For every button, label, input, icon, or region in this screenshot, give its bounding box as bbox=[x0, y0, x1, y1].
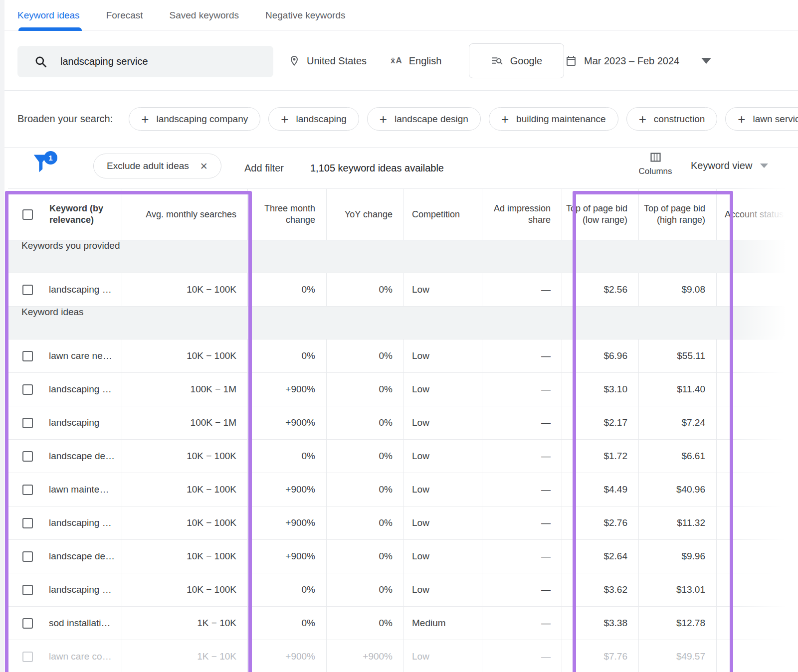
row-checkbox[interactable] bbox=[22, 618, 33, 629]
column-header-avg-monthly-searches[interactable]: Avg. monthly searches bbox=[122, 189, 248, 240]
cell-value: Low bbox=[412, 651, 429, 662]
table-row: sod installati…1K − 10K0%0%Medium—$3.38$… bbox=[8, 607, 798, 640]
keyword-cell: landscaping … bbox=[8, 506, 122, 539]
yoy-change-cell: 0% bbox=[327, 440, 404, 473]
row-checkbox[interactable] bbox=[22, 451, 33, 462]
column-header-account-status[interactable]: Account status bbox=[717, 189, 798, 240]
column-header-top-of-page-bid-high-range[interactable]: Top of page bid (high range) bbox=[639, 189, 717, 240]
column-header-top-of-page-bid-low-range[interactable]: Top of page bid (low range) bbox=[562, 189, 639, 240]
bid-high-cell: $9.96 bbox=[639, 540, 717, 573]
cell-value: — bbox=[541, 417, 551, 428]
keyword-label: landscaping … bbox=[49, 517, 112, 528]
avg-monthly-searches-cell: 10K − 100K bbox=[122, 540, 248, 573]
broaden-chip-lawn-service[interactable]: +lawn service bbox=[725, 107, 798, 131]
broaden-chip-landscaping-company[interactable]: +landscaping company bbox=[129, 107, 260, 131]
cell-value: $11.32 bbox=[677, 517, 705, 528]
broaden-chip-landscape-design[interactable]: +landscape design bbox=[367, 107, 481, 131]
columns-button[interactable]: Columns bbox=[630, 151, 680, 176]
keyword-label: landscaping … bbox=[49, 284, 112, 295]
competition-cell: Low bbox=[404, 540, 482, 573]
cell-value: 10K − 100K bbox=[187, 284, 236, 295]
row-checkbox[interactable] bbox=[22, 585, 33, 595]
cell-value: $9.08 bbox=[681, 284, 705, 295]
table-row: lawn mainte…10K − 100K+900%0%Low—$4.49$4… bbox=[8, 473, 798, 506]
row-checkbox[interactable] bbox=[22, 652, 33, 662]
close-icon[interactable]: ✕ bbox=[200, 161, 208, 172]
broaden-chip-building-maintenance[interactable]: +building maintenance bbox=[489, 107, 618, 131]
three-month-change-cell: 0% bbox=[248, 607, 327, 640]
row-checkbox[interactable] bbox=[22, 351, 33, 361]
filter-button[interactable]: 1 bbox=[32, 152, 62, 180]
broaden-chip-landscaping[interactable]: +landscaping bbox=[268, 107, 359, 131]
section-row-keywords-you-provided: Keywords you provided bbox=[8, 240, 798, 273]
keyword-planner-page: Keyword ideasForecastSaved keywordsNegat… bbox=[0, 0, 798, 672]
cell-value: $12.78 bbox=[676, 618, 705, 629]
add-filter-button[interactable]: Add filter bbox=[244, 148, 284, 188]
language-selector[interactable]: x̄A English bbox=[391, 31, 441, 91]
column-header-label: Top of page bid (high range) bbox=[639, 203, 705, 226]
network-selector[interactable]: Google bbox=[469, 43, 564, 78]
tab-forecast[interactable]: Forecast bbox=[106, 0, 143, 31]
bid-high-cell: $7.24 bbox=[639, 406, 717, 439]
column-header-competition[interactable]: Competition bbox=[404, 189, 482, 240]
location-selector[interactable]: United States bbox=[288, 31, 367, 91]
tab-saved-keywords[interactable]: Saved keywords bbox=[170, 0, 239, 31]
cell-value: $6.61 bbox=[681, 451, 705, 462]
broaden-chip-list: +landscaping company+landscaping+landsca… bbox=[129, 107, 798, 131]
column-header-keyword-by-relevance[interactable]: Keyword (by relevance) bbox=[8, 189, 122, 240]
keyword-cell: landscaping … bbox=[8, 273, 122, 306]
select-all-checkbox[interactable] bbox=[22, 209, 33, 220]
cell-value: +900% bbox=[285, 384, 315, 395]
date-range-selector[interactable]: Mar 2023 – Feb 2024 bbox=[565, 31, 711, 91]
three-month-change-cell: 0% bbox=[248, 573, 327, 606]
results-summary: 1,105 keyword ideas available bbox=[310, 148, 444, 188]
row-checkbox[interactable] bbox=[22, 551, 33, 562]
exclude-chip-label: Exclude adult ideas bbox=[107, 161, 189, 171]
row-checkbox[interactable] bbox=[22, 418, 33, 428]
table-row: landscaping …10K − 100K+900%0%Low—$2.76$… bbox=[8, 506, 798, 540]
column-header-label: Ad impression share bbox=[482, 203, 551, 226]
cell-value: $4.49 bbox=[603, 484, 627, 495]
column-header-label: Account status bbox=[725, 209, 784, 220]
tab-keyword-ideas[interactable]: Keyword ideas bbox=[17, 0, 80, 31]
row-checkbox[interactable] bbox=[22, 518, 33, 528]
row-checkbox[interactable] bbox=[22, 485, 33, 495]
row-checkbox[interactable] bbox=[22, 384, 33, 395]
cell-value: Low bbox=[412, 350, 429, 361]
keyword-cell: landscape de… bbox=[8, 440, 122, 473]
search-input[interactable]: landscaping service bbox=[17, 46, 273, 77]
avg-monthly-searches-cell: 10K − 100K bbox=[122, 473, 248, 506]
exclude-adult-ideas-chip[interactable]: Exclude adult ideas ✕ bbox=[93, 154, 221, 178]
cell-value: 10K − 100K bbox=[187, 350, 236, 361]
row-checkbox[interactable] bbox=[22, 285, 33, 295]
column-header-label: Keyword (by relevance) bbox=[49, 203, 110, 226]
account-status-cell bbox=[717, 473, 798, 506]
tab-negative-keywords[interactable]: Negative keywords bbox=[265, 0, 346, 31]
bid-high-cell: $11.40 bbox=[639, 373, 717, 406]
competition-cell: Low bbox=[404, 640, 482, 672]
broaden-chip-construction[interactable]: +construction bbox=[626, 107, 718, 131]
broaden-label: Broaden your search: bbox=[17, 113, 113, 125]
keyword-cell: landscape de… bbox=[8, 540, 122, 573]
cell-value: $7.24 bbox=[681, 417, 705, 428]
competition-cell: Medium bbox=[404, 607, 482, 640]
column-header-three-month-change[interactable]: Three month change bbox=[248, 189, 327, 240]
cell-value: 0% bbox=[302, 451, 315, 462]
avg-monthly-searches-cell: 10K − 100K bbox=[122, 339, 248, 372]
three-month-change-cell: +900% bbox=[248, 640, 327, 672]
cell-value: $6.96 bbox=[603, 350, 627, 361]
column-header-ad-impression-share[interactable]: Ad impression share bbox=[482, 189, 562, 240]
bid-low-cell: $3.62 bbox=[562, 573, 639, 606]
view-selector[interactable]: Keyword view bbox=[691, 148, 768, 183]
chip-label: landscaping bbox=[296, 114, 346, 125]
cell-value: 0% bbox=[302, 284, 315, 295]
three-month-change-cell: 0% bbox=[248, 273, 327, 306]
column-header-yoy-change[interactable]: YoY change bbox=[327, 189, 404, 240]
cell-value: — bbox=[541, 551, 551, 562]
table-row: landscaping …10K − 100K0%0%Low—$2.56$9.0… bbox=[8, 273, 798, 307]
keyword-cell: landscaping bbox=[8, 406, 122, 439]
tab-label: Keyword ideas bbox=[17, 10, 80, 21]
tab-label: Forecast bbox=[106, 10, 143, 21]
keyword-label: lawn care co… bbox=[49, 651, 112, 662]
bid-high-cell: $55.11 bbox=[639, 339, 717, 372]
